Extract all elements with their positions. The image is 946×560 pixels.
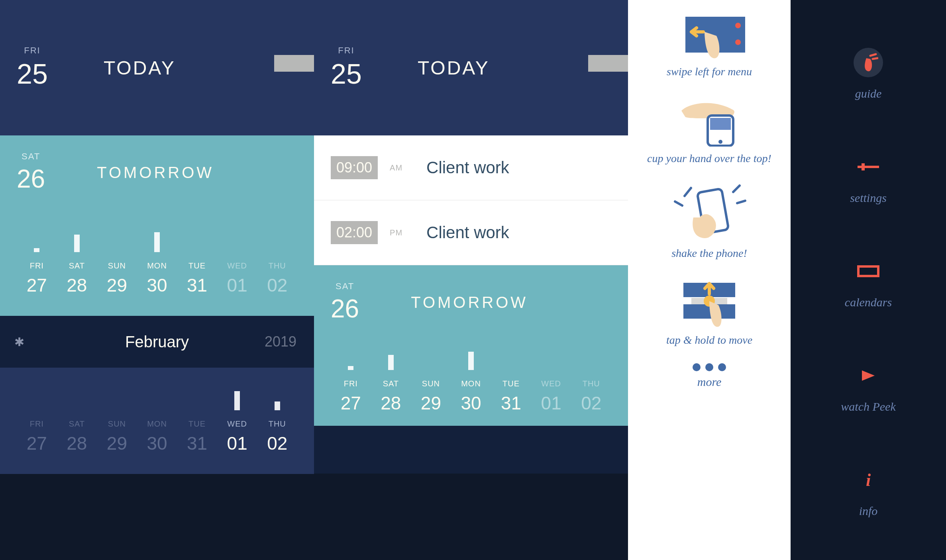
week-row-2: FRI27SAT28SUN29MON30TUE31WED01THU02 bbox=[17, 392, 297, 454]
week-cell-dow: SUN bbox=[411, 379, 451, 388]
month-year: 2019 bbox=[265, 333, 296, 350]
guide-cup-label: cup your hand over the top! bbox=[647, 152, 771, 165]
week-day-cell[interactable]: FRI27 bbox=[17, 233, 57, 296]
week-cell-dow: SAT bbox=[371, 379, 411, 388]
guide-cup: cup your hand over the top! bbox=[647, 95, 771, 165]
week-day-cell[interactable]: MON30 bbox=[451, 351, 491, 414]
week-day-cell[interactable]: TUE31 bbox=[177, 233, 217, 296]
tomorrow-head: SAT 26 TOMORROW bbox=[17, 151, 297, 194]
guide-shake-label: shake the phone! bbox=[669, 247, 749, 260]
week-cell-num: 01 bbox=[531, 392, 571, 414]
week-cell-num: 30 bbox=[451, 392, 491, 414]
menu-calendars-label: calendars bbox=[845, 296, 892, 309]
week-day-cell[interactable]: SAT28 bbox=[371, 351, 411, 414]
event-row[interactable]: 02:00PMClient work bbox=[314, 200, 628, 265]
week-cell-dow: SUN bbox=[97, 419, 137, 429]
week-cell-dow: TUE bbox=[177, 261, 217, 270]
event-ampm: AM bbox=[390, 163, 402, 172]
week-cell-dow: THU bbox=[257, 261, 297, 270]
event-row[interactable]: 09:00AMClient work bbox=[314, 135, 628, 200]
week-day-cell[interactable]: SAT28 bbox=[57, 233, 97, 296]
next-divider-b bbox=[314, 426, 628, 474]
week-cell-dow: TUE bbox=[177, 419, 217, 429]
menu-guide-label: guide bbox=[854, 87, 883, 100]
event-list: 09:00AMClient work02:00PMClient work bbox=[314, 135, 628, 265]
week-row-3: FRI27SAT28SUN29MON30TUE31WED01THU02 bbox=[331, 351, 611, 414]
week-day-cell[interactable]: WED01 bbox=[217, 392, 257, 454]
info-icon: i bbox=[866, 470, 871, 490]
menu-guide[interactable]: guide bbox=[854, 48, 883, 100]
guide-hold: tap & hold to move bbox=[666, 276, 752, 347]
today-dow-b: FRI bbox=[331, 45, 362, 56]
week-cell-dow: FRI bbox=[331, 379, 371, 388]
tomorrow-head-b: SAT 26 TOMORROW bbox=[331, 281, 611, 323]
device-a: FRI 25 TODAY SAT 26 TOMORROW FRI27SAT28S… bbox=[0, 0, 314, 560]
hand-tap-icon bbox=[858, 53, 878, 72]
week-cell-dow: THU bbox=[257, 419, 297, 429]
week-day-cell[interactable]: THU02 bbox=[257, 233, 297, 296]
week-cell-dow: MON bbox=[451, 379, 491, 388]
week-cell-dow: THU bbox=[571, 379, 611, 388]
week-cell-num: 01 bbox=[217, 274, 257, 296]
week-day-cell[interactable]: SUN29 bbox=[411, 351, 451, 414]
svg-point-2 bbox=[735, 39, 741, 45]
week-cell-num: 27 bbox=[331, 392, 371, 414]
week-day-cell[interactable]: THU02 bbox=[257, 392, 297, 454]
swipe-left-icon bbox=[673, 12, 745, 60]
slider-icon bbox=[856, 161, 881, 173]
week-day-cell[interactable]: TUE31 bbox=[491, 351, 531, 414]
week-day-cell[interactable]: FRI27 bbox=[331, 351, 371, 414]
week-cell-dow: TUE bbox=[491, 379, 531, 388]
today-num: 25 bbox=[17, 58, 48, 90]
play-icon bbox=[860, 369, 876, 382]
calendar-icon bbox=[856, 264, 881, 278]
week-day-cell[interactable]: WED01 bbox=[217, 233, 257, 296]
week-cell-num: 30 bbox=[137, 433, 177, 454]
week-day-cell[interactable]: FRI27 bbox=[17, 392, 57, 454]
week-cell-num: 31 bbox=[177, 433, 217, 454]
menu-settings-label: settings bbox=[850, 191, 887, 205]
menu-watch[interactable]: watch Peek bbox=[841, 361, 895, 413]
progress-indicator-b bbox=[588, 55, 628, 72]
week-day-cell[interactable]: WED01 bbox=[531, 351, 571, 414]
week-cell-dow: WED bbox=[217, 419, 257, 429]
today-header[interactable]: FRI 25 TODAY bbox=[0, 0, 314, 135]
week-cell-num: 28 bbox=[57, 433, 97, 454]
menu-watch-label: watch Peek bbox=[841, 400, 895, 413]
guide-shake: shake the phone! bbox=[669, 182, 749, 260]
week-day-cell[interactable]: MON30 bbox=[137, 233, 177, 296]
week-day-cell[interactable]: SUN29 bbox=[97, 392, 137, 454]
svg-rect-4 bbox=[710, 118, 731, 130]
week-day-cell[interactable]: THU02 bbox=[571, 351, 611, 414]
menu-info[interactable]: i info bbox=[854, 465, 883, 518]
tomorrow-section-b[interactable]: SAT 26 TOMORROW FRI27SAT28SUN29MON30TUE3… bbox=[314, 265, 628, 426]
week-day-cell[interactable]: SUN29 bbox=[97, 233, 137, 296]
month-divider[interactable]: ✱ February 2019 bbox=[0, 316, 314, 368]
event-time: 02:00 bbox=[331, 221, 378, 244]
activity-bar bbox=[154, 232, 160, 252]
progress-indicator bbox=[274, 55, 314, 72]
menu-settings[interactable]: settings bbox=[850, 152, 887, 205]
week-day-cell[interactable]: MON30 bbox=[137, 392, 177, 454]
today-header-b[interactable]: FRI 25 TODAY bbox=[314, 0, 628, 135]
week-day-cell[interactable]: SAT28 bbox=[57, 392, 97, 454]
event-time: 09:00 bbox=[331, 156, 378, 179]
week-day-cell[interactable]: TUE31 bbox=[177, 392, 217, 454]
activity-bar bbox=[388, 355, 394, 370]
tomorrow-dow-b: SAT bbox=[331, 281, 359, 292]
svg-marker-15 bbox=[862, 370, 875, 381]
svg-point-1 bbox=[735, 23, 741, 28]
guide-swipe-label: swipe left for menu bbox=[667, 65, 752, 78]
month-name: February bbox=[125, 333, 189, 351]
menu-calendars[interactable]: calendars bbox=[845, 257, 892, 309]
tomorrow-section[interactable]: SAT 26 TOMORROW FRI27SAT28SUN29MON30TUE3… bbox=[0, 135, 314, 316]
next-month-section[interactable]: FRI27SAT28SUN29MON30TUE31WED01THU02 bbox=[0, 368, 314, 474]
right-menu: guide settings calendars watch Peek i bbox=[791, 0, 946, 560]
week-row-1: FRI27SAT28SUN29MON30TUE31WED01THU02 bbox=[17, 233, 297, 296]
guide-more[interactable]: more bbox=[693, 363, 726, 389]
week-cell-dow: SAT bbox=[57, 419, 97, 429]
tomorrow-label-b: TOMORROW bbox=[411, 294, 528, 311]
week-cell-num: 02 bbox=[257, 433, 297, 454]
week-cell-num: 29 bbox=[97, 433, 137, 454]
activity-bar bbox=[348, 366, 353, 370]
